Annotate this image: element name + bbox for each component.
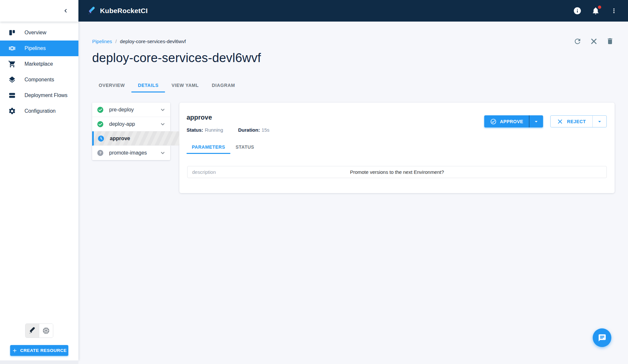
chevron-down-icon[interactable] [159, 106, 166, 113]
reject-dropdown-button[interactable] [593, 116, 606, 127]
status-field: Status:Running [187, 127, 223, 133]
task-header: approve Status:Running Duration:15s [179, 103, 615, 133]
sidebar-footer: CREATE RESOURCE [0, 323, 78, 360]
sidebar-item-deployment-flows[interactable]: Deployment Flows [0, 88, 78, 103]
task-title: approve [187, 114, 270, 121]
sidebar-header [0, 0, 78, 22]
approve-dropdown-button[interactable] [529, 115, 543, 127]
notification-badge [598, 6, 601, 9]
pipeline-tabs: OVERVIEW DETAILS VIEW YAML DIAGRAM [92, 79, 615, 92]
reject-split-button: REJECT [550, 115, 607, 127]
parameter-value: Promote versions to the next Environment… [188, 169, 606, 175]
page-actions [573, 37, 615, 46]
collapse-sidebar-button[interactable] [62, 7, 69, 14]
rocket-icon [28, 326, 37, 335]
subtab-parameters[interactable]: PARAMETERS [187, 141, 230, 154]
approve-button[interactable]: APPROVE [484, 115, 529, 127]
cart-icon [8, 60, 17, 68]
breadcrumb-current: deploy-core-services-devl6wvf [120, 39, 186, 44]
gear-icon [8, 107, 17, 115]
sidebar-item-label: Configuration [25, 108, 56, 114]
main-content: Pipelines / deploy-core-services-devl6wv… [78, 22, 628, 364]
sidebar-item-components[interactable]: Components [0, 72, 78, 88]
step-pre-deploy[interactable]: pre-deploy [92, 103, 170, 117]
chat-fab-button[interactable] [593, 328, 611, 347]
step-name: promote-images [109, 150, 154, 156]
task-meta: Status:Running Duration:15s [187, 127, 270, 133]
check-circle-icon [97, 106, 104, 113]
task-header-left: approve Status:Running Duration:15s [187, 114, 270, 133]
layers-icon [8, 75, 17, 84]
chat-icon [598, 334, 606, 342]
breadcrumb-pipelines-link[interactable]: Pipelines [92, 39, 112, 44]
app-bar: KubeRocketCI [78, 0, 628, 22]
kubernetes-toggle-button[interactable] [39, 324, 53, 338]
sidebar-nav: Overview Pipelines Marke [0, 22, 78, 119]
duration-label: Duration: [238, 127, 260, 133]
sidebar-item-overview[interactable]: Overview [0, 25, 78, 41]
sidebar-bottom-strip [0, 360, 78, 364]
brand-name: KubeRocketCI [100, 7, 148, 15]
subtab-status[interactable]: STATUS [230, 141, 259, 154]
approve-split-button: APPROVE [484, 115, 543, 127]
rows-icon [8, 91, 17, 100]
sidebar-item-pipelines[interactable]: Pipelines [0, 41, 78, 56]
pipelines-icon [8, 44, 17, 53]
app-window: KubeRocketCI [0, 0, 628, 364]
kubernetes-icon [42, 326, 50, 335]
brand: KubeRocketCI [87, 6, 148, 16]
sidebar: Overview Pipelines Marke [0, 0, 78, 360]
sidebar-item-label: Deployment Flows [25, 92, 68, 98]
app-bar-actions [572, 6, 619, 16]
check-circle-outline-icon [490, 118, 497, 125]
sidebar-item-label: Pipelines [25, 45, 46, 51]
details-content: pre-deploy deploy-app [92, 103, 615, 193]
breadcrumb-separator: / [115, 39, 117, 44]
steps-panel: pre-deploy deploy-app [92, 103, 170, 160]
clock-icon [97, 135, 105, 142]
sidebar-item-label: Components [25, 77, 54, 83]
status-value: Running [205, 127, 223, 133]
task-subtabs: PARAMETERS STATUS [187, 141, 615, 154]
step-deploy-app[interactable]: deploy-app [92, 117, 170, 131]
chevron-down-icon[interactable] [159, 149, 166, 157]
cancel-icon[interactable] [589, 37, 598, 46]
tab-overview[interactable]: OVERVIEW [92, 79, 131, 92]
tab-diagram[interactable]: DIAGRAM [205, 79, 241, 92]
sidebar-item-configuration[interactable]: Configuration [0, 103, 78, 119]
info-icon[interactable] [572, 6, 582, 16]
svg-text:?: ? [99, 151, 102, 155]
step-name: approve [110, 136, 175, 141]
approve-button-label: APPROVE [500, 119, 523, 124]
tab-details[interactable]: DETAILS [131, 79, 165, 92]
rocket-toggle-button[interactable] [25, 324, 39, 338]
tab-view-yaml[interactable]: VIEW YAML [165, 79, 205, 92]
help-circle-icon: ? [97, 149, 104, 157]
sidebar-item-marketplace[interactable]: Marketplace [0, 56, 78, 72]
kebab-menu-icon[interactable] [609, 6, 619, 16]
step-name: deploy-app [109, 121, 154, 127]
x-icon [557, 119, 563, 124]
dashboard-icon [8, 28, 17, 37]
plus-icon [12, 348, 18, 354]
notifications-icon[interactable] [591, 6, 601, 16]
step-promote-images[interactable]: ? promote-images [92, 146, 170, 160]
sidebar-item-label: Marketplace [25, 61, 53, 67]
reject-button-label: REJECT [567, 119, 586, 124]
create-resource-label: CREATE RESOURCE [20, 348, 67, 353]
status-label: Status: [187, 127, 203, 133]
step-name: pre-deploy [109, 107, 154, 113]
reject-button[interactable]: REJECT [551, 116, 592, 127]
create-resource-button[interactable]: CREATE RESOURCE [10, 345, 68, 356]
rocket-logo-icon [87, 6, 97, 16]
duration-field: Duration:15s [238, 127, 270, 133]
breadcrumb-row: Pipelines / deploy-core-services-devl6wv… [92, 37, 615, 46]
chevron-down-icon[interactable] [159, 121, 166, 128]
parameter-row: description Promote versions to the next… [187, 166, 607, 178]
refresh-icon[interactable] [573, 37, 582, 46]
step-approve[interactable]: approve [92, 131, 179, 146]
breadcrumb: Pipelines / deploy-core-services-devl6wv… [92, 39, 186, 44]
view-toggle-group [25, 323, 53, 338]
duration-value: 15s [261, 127, 269, 133]
delete-icon[interactable] [605, 37, 615, 46]
